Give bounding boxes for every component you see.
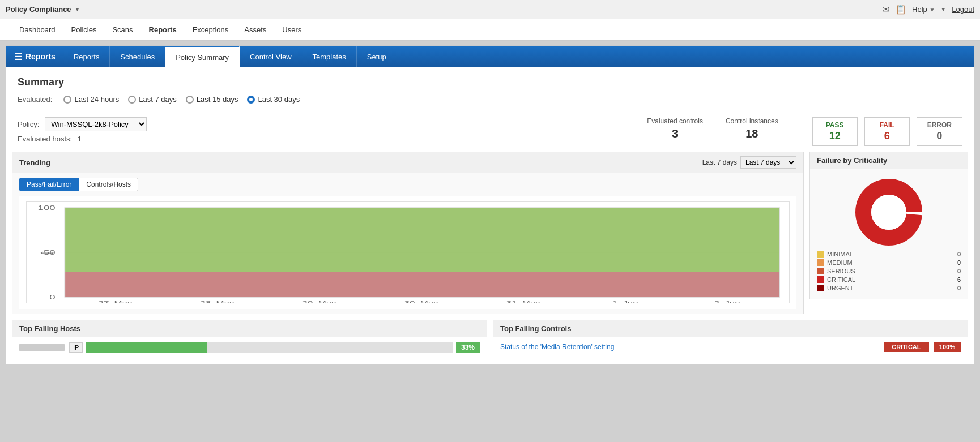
- summary-section: Summary Evaluated: Last 24 hours Last 7 …: [6, 67, 974, 117]
- trending-panel: Trending Last 7 days Last 7 days Last 30…: [12, 152, 804, 314]
- medium-label: MEDIUM: [827, 259, 954, 266]
- serious-color-swatch: [817, 268, 824, 274]
- radio-group: Last 24 hours Last 7 days Last 15 days L…: [63, 95, 300, 104]
- control-instances-label: Control instances: [726, 117, 778, 125]
- control-percentage: 100%: [934, 342, 961, 352]
- svg-text:100: 100: [38, 204, 56, 211]
- policy-select[interactable]: Win-MSSQL-2k8-Policy: [45, 117, 147, 131]
- tab-reports[interactable]: Reports: [63, 46, 110, 67]
- period-select[interactable]: Last 7 days Last 30 days: [740, 156, 796, 169]
- help-button[interactable]: Help ▼: [912, 5, 935, 14]
- critical-value: 6: [957, 276, 961, 283]
- evaluated-row: Evaluated: Last 24 hours Last 7 days Las…: [18, 95, 962, 104]
- svg-text:0: 0: [49, 294, 55, 301]
- radio-circle-24h: [63, 96, 71, 104]
- hosts-value: 1: [78, 135, 82, 143]
- fail-badge: FAIL 6: [864, 117, 910, 146]
- legend-minimal: MINIMAL 0: [817, 251, 961, 258]
- nav-assets[interactable]: Assets: [236, 21, 274, 40]
- failing-controls-header: Top Failing Controls: [493, 320, 968, 337]
- policy-hosts-block: Policy: Win-MSSQL-2k8-Policy Evaluated h…: [18, 117, 147, 143]
- svg-text:29. May: 29. May: [302, 299, 336, 303]
- control-instances-value: 18: [726, 127, 778, 140]
- criticality-header: Failure by Criticality: [810, 152, 968, 169]
- host-bar-fill: [86, 342, 207, 353]
- main-split: Trending Last 7 days Last 7 days Last 30…: [6, 152, 974, 320]
- tab-templates[interactable]: Templates: [302, 46, 357, 67]
- legend-medium: MEDIUM 0: [817, 259, 961, 266]
- tab-control-view[interactable]: Control View: [240, 46, 302, 67]
- legend-area: MINIMAL 0 MEDIUM 0 SERIOUS 0: [810, 251, 968, 291]
- svg-rect-7: [65, 208, 779, 272]
- chart-tab-controls-hosts[interactable]: Controls/Hosts: [79, 178, 138, 191]
- svg-text:⟺: ⟺: [40, 250, 54, 256]
- tab-setup[interactable]: Setup: [357, 46, 397, 67]
- svg-rect-8: [65, 272, 779, 297]
- tab-schedules[interactable]: Schedules: [110, 46, 165, 67]
- period-label: Last 7 days: [702, 158, 737, 166]
- user-dropdown-arrow[interactable]: ▼: [940, 6, 946, 12]
- legend-urgent: URGENT 0: [817, 285, 961, 291]
- svg-text:31. May: 31. May: [506, 299, 540, 303]
- mail-icon[interactable]: ✉: [882, 4, 889, 15]
- tab-policy-summary[interactable]: Policy Summary: [165, 46, 240, 67]
- control-instances-block: Control instances 18: [726, 117, 778, 140]
- eval-controls-block: Evaluated controls 3: [647, 117, 703, 140]
- serious-label: SERIOUS: [827, 268, 954, 274]
- host-ip-button[interactable]: IP: [69, 342, 83, 353]
- radio-last-24h[interactable]: Last 24 hours: [63, 95, 119, 104]
- urgent-color-swatch: [817, 285, 824, 291]
- nav-reports[interactable]: Reports: [141, 21, 185, 40]
- radio-circle-7d: [128, 96, 136, 104]
- host-name: [19, 344, 65, 351]
- app-dropdown-arrow[interactable]: ▼: [75, 6, 80, 12]
- svg-text:28. May: 28. May: [201, 299, 235, 303]
- nav-scans[interactable]: Scans: [104, 21, 140, 40]
- donut-area: [810, 169, 968, 251]
- logout-button[interactable]: Logout: [952, 5, 974, 14]
- radio-last-30d[interactable]: Last 30 days: [247, 95, 300, 104]
- nav-exceptions[interactable]: Exceptions: [185, 21, 237, 40]
- clipboard-icon[interactable]: 📋: [895, 4, 906, 15]
- control-link[interactable]: Status of the 'Media Retention' setting: [500, 343, 879, 351]
- policy-row: Policy: Win-MSSQL-2k8-Policy: [18, 117, 147, 131]
- chart-area: 100 50 0 ⟺: [19, 196, 796, 309]
- host-bar-bg: [86, 342, 453, 353]
- control-row: Status of the 'Media Retention' setting …: [493, 337, 968, 357]
- host-percentage: 33%: [456, 342, 480, 353]
- help-dropdown-arrow: ▼: [929, 7, 935, 13]
- chart-svg: 100 50 0 ⟺: [27, 202, 789, 303]
- donut-chart: [855, 178, 923, 246]
- top-bar-left: Policy Compliance ▼: [6, 5, 80, 14]
- radio-last-15d[interactable]: Last 15 days: [186, 95, 238, 104]
- fail-value: 6: [875, 130, 899, 142]
- medium-color-swatch: [817, 259, 824, 266]
- error-badge: ERROR 0: [917, 117, 962, 146]
- host-row: IP 33%: [12, 337, 487, 358]
- minimal-label: MINIMAL: [827, 251, 954, 258]
- trending-header: Trending Last 7 days Last 7 days Last 30…: [12, 152, 803, 173]
- failing-controls-title: Top Failing Controls: [500, 324, 571, 333]
- sub-nav-title: ☰ Reports: [6, 46, 63, 67]
- trending-box: Trending Last 7 days Last 7 days Last 30…: [12, 152, 804, 314]
- urgent-label: URGENT: [827, 285, 954, 291]
- svg-text:1. Jun: 1. Jun: [612, 299, 638, 303]
- app-title: Policy Compliance: [6, 5, 71, 14]
- nav-policies[interactable]: Policies: [63, 21, 105, 40]
- evaluated-label: Evaluated:: [18, 95, 52, 104]
- svg-text:27. May: 27. May: [99, 299, 133, 303]
- trending-period-row: Last 7 days Last 7 days Last 30 days: [702, 156, 796, 169]
- nav-dashboard[interactable]: Dashboard: [11, 21, 63, 40]
- reports-icon: ☰: [14, 52, 22, 62]
- failing-hosts-title: Top Failing Hosts: [19, 324, 80, 333]
- nav-users[interactable]: Users: [274, 21, 309, 40]
- control-criticality-badge: CRITICAL: [884, 342, 929, 352]
- content-area: ☰ Reports Reports Schedules Policy Summa…: [6, 45, 974, 364]
- radio-last-7d[interactable]: Last 7 days: [128, 95, 177, 104]
- top-failing-hosts-panel: Top Failing Hosts IP 33%: [12, 320, 487, 358]
- chart-tab-pass-fail[interactable]: Pass/Fail/Error: [19, 178, 79, 191]
- top-bar-right: ✉ 📋 Help ▼ ▼ Logout: [882, 4, 974, 15]
- sub-nav: ☰ Reports Reports Schedules Policy Summa…: [6, 46, 974, 67]
- chart-container: 100 50 0 ⟺: [26, 201, 790, 303]
- serious-value: 0: [957, 268, 961, 274]
